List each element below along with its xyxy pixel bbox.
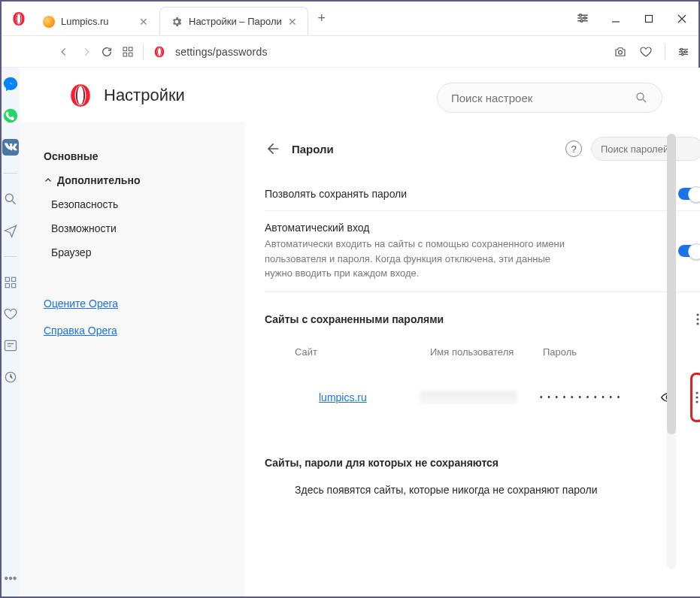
help-icon[interactable]: ? <box>565 140 582 157</box>
easy-setup-icon[interactable] <box>566 2 599 35</box>
tab-lumpics[interactable]: Lumpics.ru ✕ <box>32 7 159 35</box>
svg-rect-22 <box>5 277 9 281</box>
new-tab-button[interactable]: + <box>311 8 332 29</box>
search-icon[interactable] <box>2 190 20 208</box>
rail-more-icon[interactable]: ••• <box>2 569 20 587</box>
svg-point-5 <box>584 17 586 20</box>
forward-button[interactable] <box>81 47 92 57</box>
svg-rect-10 <box>123 53 127 56</box>
messenger-icon[interactable] <box>2 75 20 93</box>
speed-dial-rail-icon[interactable] <box>2 273 20 291</box>
sidebar-item-label: Дополнительно <box>57 174 140 186</box>
site-link[interactable]: lumpics.ru <box>319 391 402 403</box>
minimize-button[interactable] <box>599 2 632 35</box>
allow-save-label: Позволять сохранять пароли <box>265 188 407 200</box>
chevron-up-icon <box>44 176 53 185</box>
svg-point-31 <box>637 93 644 100</box>
settings-search-input[interactable] <box>451 92 635 104</box>
allow-save-toggle[interactable] <box>678 188 700 200</box>
svg-point-16 <box>680 48 683 50</box>
saved-passwords-title: Сайты с сохраненными паролями <box>265 313 444 325</box>
svg-rect-25 <box>12 284 16 288</box>
svg-point-21 <box>5 194 13 201</box>
svg-rect-26 <box>5 340 17 350</box>
close-tab-icon[interactable]: ✕ <box>139 16 148 28</box>
opera-logo-small <box>11 11 27 27</box>
reload-button[interactable] <box>101 46 113 58</box>
page-title: Настройки <box>104 86 185 105</box>
settings-main-panel: Пароли ? Позволять сохранять пароли <box>245 122 700 596</box>
tab-label: Настройки – Пароли <box>189 16 282 27</box>
sidebar-item-basic[interactable]: Основные <box>41 144 224 168</box>
scrollbar-thumb[interactable] <box>667 134 676 434</box>
svg-point-30 <box>77 86 84 104</box>
toolbar: settings/passwords <box>2 36 698 68</box>
sidebar-item-browser[interactable]: Браузер <box>48 240 224 264</box>
svg-point-17 <box>684 50 686 53</box>
svg-point-6 <box>580 20 583 22</box>
news-icon[interactable] <box>2 337 20 355</box>
sidebar-item-features[interactable]: Возможности <box>48 216 224 240</box>
never-save-empty: Здесь появятся сайты, которые никогда не… <box>265 484 700 496</box>
svg-point-38 <box>695 396 698 398</box>
svg-rect-9 <box>129 47 132 51</box>
autologin-desc: Автоматически входить на сайты с помощью… <box>265 237 580 281</box>
username-redacted <box>420 391 517 404</box>
svg-point-18 <box>681 53 683 56</box>
lumpics-favicon <box>43 16 55 28</box>
left-rail: ••• <box>2 68 20 596</box>
svg-rect-7 <box>646 15 653 22</box>
send-icon[interactable] <box>2 222 20 240</box>
scrollbar[interactable] <box>667 134 676 569</box>
password-row-more-button[interactable] <box>695 378 698 417</box>
page-header: Настройки <box>68 83 185 108</box>
svg-rect-8 <box>123 47 127 51</box>
password-row-more-highlight <box>690 373 700 422</box>
autologin-toggle[interactable] <box>678 245 700 257</box>
close-window-button[interactable] <box>665 2 698 35</box>
svg-point-3 <box>17 14 21 24</box>
svg-point-37 <box>695 391 698 394</box>
svg-point-4 <box>580 14 582 17</box>
svg-rect-23 <box>12 277 16 281</box>
svg-point-34 <box>696 318 698 320</box>
speed-dial-icon[interactable] <box>122 46 134 58</box>
search-icon <box>635 91 648 104</box>
back-button[interactable] <box>59 47 69 57</box>
close-tab-icon[interactable]: ✕ <box>288 16 297 28</box>
svg-rect-24 <box>5 284 9 288</box>
svg-point-39 <box>695 400 698 403</box>
site-favicon <box>295 391 308 404</box>
gear-icon <box>171 16 183 28</box>
th-pass: Пароль <box>543 346 700 358</box>
easy-setup-icon-2[interactable] <box>677 46 689 58</box>
tab-settings-passwords[interactable]: Настройки – Пароли ✕ <box>159 7 308 35</box>
bookmarks-heart-icon[interactable] <box>2 305 20 323</box>
saved-section-more-icon[interactable] <box>692 310 700 328</box>
sidebar-link-help[interactable]: Справка Opera <box>41 320 224 341</box>
passwords-search-input[interactable] <box>601 143 700 155</box>
passwords-search[interactable] <box>591 137 700 161</box>
snapshot-icon[interactable] <box>614 45 627 59</box>
svg-point-14 <box>158 47 161 56</box>
whatsapp-icon[interactable] <box>2 107 20 125</box>
svg-point-15 <box>619 50 623 54</box>
vk-icon[interactable] <box>2 138 20 156</box>
tab-label: Lumpics.ru <box>61 16 109 27</box>
address-bar[interactable]: settings/passwords <box>175 46 268 58</box>
opera-logo-url-icon <box>153 45 166 59</box>
svg-rect-11 <box>129 53 132 56</box>
panel-back-button[interactable] <box>265 141 280 156</box>
svg-point-33 <box>696 313 698 316</box>
settings-search[interactable] <box>437 83 662 113</box>
opera-logo-big <box>68 83 93 108</box>
password-row: lumpics.ru • • • • • • • • • • • <box>265 365 700 430</box>
history-icon[interactable] <box>2 368 20 386</box>
sidebar-item-advanced[interactable]: Дополнительно <box>41 168 224 192</box>
passwords-table-header: Сайт Имя пользователя Пароль <box>265 339 700 365</box>
svg-point-19 <box>4 109 17 122</box>
sidebar-link-rate[interactable]: Оцените Opera <box>41 293 224 314</box>
sidebar-item-security[interactable]: Безопасность <box>48 192 224 216</box>
maximize-button[interactable] <box>632 2 665 35</box>
heart-icon[interactable] <box>639 45 653 59</box>
